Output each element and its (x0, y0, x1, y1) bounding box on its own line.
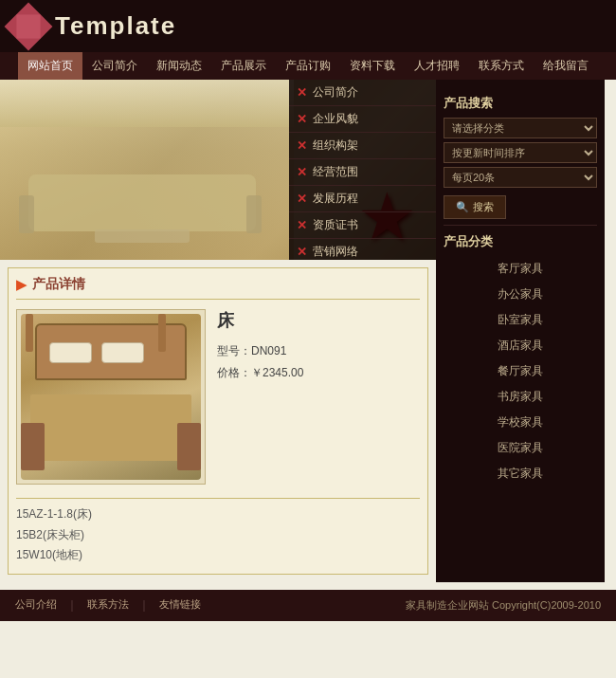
banner-menu-item[interactable]: ✕组织构架 (289, 133, 436, 159)
product-image (16, 309, 206, 485)
search-button[interactable]: 🔍 搜索 (444, 195, 506, 219)
x-icon: ✕ (297, 192, 307, 206)
footer-copyright: 家具制造企业网站 Copyright(C)2009-2010 (406, 598, 601, 613)
nav-item[interactable]: 人才招聘 (405, 52, 469, 80)
x-icon: ✕ (297, 245, 307, 259)
banner-menu-label: 发展历程 (313, 191, 358, 207)
category-item[interactable]: 办公家具 (444, 282, 597, 307)
category-section-title: 产品分类 (444, 233, 597, 250)
category-item[interactable]: 餐厅家具 (444, 358, 597, 384)
product-description: 15AZ-1-1.8(床)15B2(床头柜)15W10(地柜) (16, 498, 420, 566)
bed-illustration (21, 314, 201, 480)
nav-item[interactable]: 新闻动态 (147, 52, 211, 80)
category-item[interactable]: 医院家具 (444, 435, 597, 461)
banner-menu-item[interactable]: ✕经营范围 (289, 159, 436, 186)
x-icon: ✕ (297, 112, 307, 126)
banner-menu-label: 经营范围 (313, 164, 358, 180)
banner-menu-item[interactable]: ✕资质证书 (289, 212, 436, 239)
nav-item[interactable]: 给我留言 (534, 52, 598, 80)
category-item[interactable]: 学校家具 (444, 410, 597, 435)
right-sidebar: 产品搜索 请选择分类 按更新时间排序 每页20条 🔍 搜索 产品分类 客厅家具办… (436, 80, 605, 582)
x-icon: ✕ (297, 138, 307, 153)
footer-link[interactable]: 友情链接 (159, 597, 201, 614)
nav-item[interactable]: 联系方式 (469, 52, 534, 80)
product-price: 价格：￥2345.00 (217, 365, 420, 381)
banner-menu-label: 营销网络 (313, 244, 358, 260)
arrow-icon: ▶ (16, 277, 27, 292)
banner: ★ ✕公司简介✕企业风貌✕组织构架✕经营范围✕发展历程✕资质证书✕营销网络✕人才… (0, 80, 436, 260)
desc-line: 15B2(床头柜) (16, 525, 420, 546)
search-icon: 🔍 (456, 201, 469, 213)
search-section-title: 产品搜索 (444, 95, 597, 112)
product-model: 型号：DN091 (217, 343, 420, 359)
footer-link[interactable]: 公司介绍 (15, 597, 57, 614)
nav-item[interactable]: 公司简介 (82, 52, 147, 80)
nav: 网站首页公司简介新闻动态产品展示产品订购资料下载人才招聘联系方式给我留言 (0, 52, 616, 80)
category-list: 客厅家具办公家具卧室家具酒店家具餐厅家具书房家具学校家具医院家具其它家具 (444, 256, 597, 486)
nav-item[interactable]: 产品订购 (276, 52, 340, 80)
category-item[interactable]: 客厅家具 (444, 256, 597, 282)
x-icon: ✕ (297, 165, 307, 179)
banner-menu-item[interactable]: ✕公司简介 (289, 80, 436, 106)
banner-menu-item[interactable]: ✕企业风貌 (289, 106, 436, 133)
sort-select[interactable]: 按更新时间排序 (444, 142, 597, 163)
banner-menu-item[interactable]: ✕营销网络 (289, 239, 436, 260)
desc-line: 15W10(地柜) (16, 545, 420, 566)
product-section-title: ▶ 产品详情 (16, 276, 420, 300)
nav-item[interactable]: 网站首页 (18, 52, 82, 80)
logo-title: Template (55, 11, 176, 41)
product-detail: 床 型号：DN091 价格：￥2345.00 (16, 309, 420, 485)
banner-menu-label: 企业风貌 (313, 111, 358, 127)
product-info: 床 型号：DN091 价格：￥2345.00 (217, 309, 420, 485)
nav-item[interactable]: 产品展示 (211, 52, 276, 80)
footer-links: 公司介绍｜联系方法｜友情链接 (15, 597, 201, 614)
perpage-select[interactable]: 每页20条 (444, 167, 597, 188)
x-icon: ✕ (297, 218, 307, 232)
footer: 公司介绍｜联系方法｜友情链接 家具制造企业网站 Copyright(C)2009… (0, 590, 616, 621)
category-item[interactable]: 书房家具 (444, 384, 597, 410)
banner-menu-label: 公司简介 (313, 84, 358, 101)
desc-line: 15AZ-1-1.8(床) (16, 504, 420, 525)
product-section: ▶ 产品详情 (8, 267, 428, 575)
nav-item[interactable]: 资料下载 (340, 52, 405, 80)
x-icon: ✕ (297, 85, 307, 100)
header: Template (0, 0, 616, 52)
left-content: ★ ✕公司简介✕企业风貌✕组织构架✕经营范围✕发展历程✕资质证书✕营销网络✕人才… (0, 80, 436, 582)
category-item[interactable]: 酒店家具 (444, 333, 597, 358)
banner-menu-label: 资质证书 (313, 217, 358, 233)
product-name: 床 (217, 309, 420, 332)
banner-overlay-menu: ✕公司简介✕企业风貌✕组织构架✕经营范围✕发展历程✕资质证书✕营销网络✕人才招聘 (289, 80, 436, 260)
footer-divider: ｜ (66, 597, 78, 614)
banner-menu-item[interactable]: ✕发展历程 (289, 186, 436, 212)
category-item[interactable]: 其它家具 (444, 461, 597, 486)
main-layout: ★ ✕公司简介✕企业风貌✕组织构架✕经营范围✕发展历程✕资质证书✕营销网络✕人才… (0, 80, 616, 582)
footer-link[interactable]: 联系方法 (87, 597, 129, 614)
category-select[interactable]: 请选择分类 (444, 118, 597, 138)
logo-icon (5, 2, 53, 50)
footer-divider: ｜ (138, 597, 150, 614)
category-item[interactable]: 卧室家具 (444, 307, 597, 333)
banner-menu-label: 组织构架 (313, 137, 358, 154)
